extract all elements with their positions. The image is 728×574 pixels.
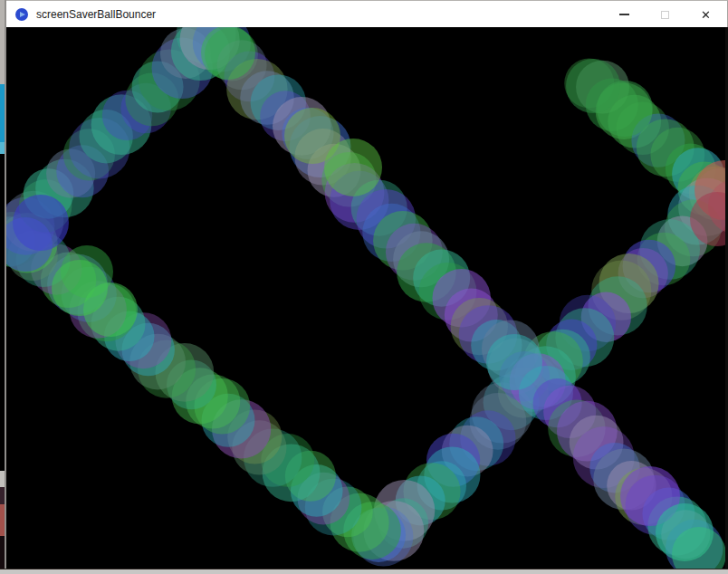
- maximize-button[interactable]: [645, 1, 685, 28]
- app-window: screenSaverBallBouncer ✕: [5, 0, 728, 574]
- minimize-icon: [619, 14, 629, 15]
- screen: screenSaverBallBouncer ✕: [0, 0, 728, 574]
- ball-trail-canvas: [6, 27, 728, 569]
- app-play-icon[interactable]: [15, 8, 28, 21]
- title-bar[interactable]: screenSaverBallBouncer ✕: [6, 0, 728, 27]
- window-title: screenSaverBallBouncer: [36, 8, 156, 21]
- close-icon: ✕: [701, 9, 711, 21]
- play-triangle-icon: [20, 12, 25, 17]
- close-button[interactable]: ✕: [685, 1, 726, 28]
- minimize-button[interactable]: [604, 1, 645, 28]
- window-controls: ✕: [604, 1, 726, 28]
- maximize-icon: [661, 11, 669, 19]
- window-bottom-border: [0, 569, 728, 574]
